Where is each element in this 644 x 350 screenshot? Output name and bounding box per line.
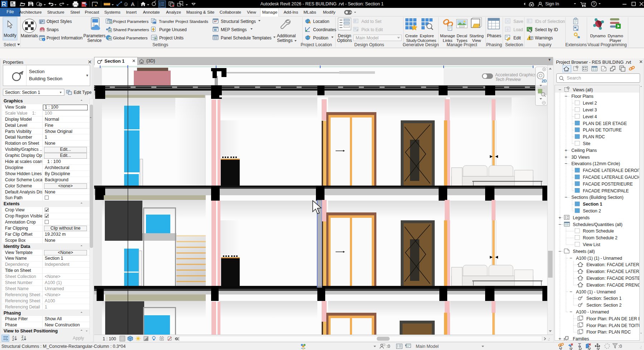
svg-text:Sheets (all): Sheets (all) xyxy=(573,249,595,254)
svg-text:−: − xyxy=(558,249,561,254)
svg-text:Selection: Selection xyxy=(505,42,523,47)
svg-text:.:: .: xyxy=(640,345,642,349)
svg-text:−: − xyxy=(565,195,567,200)
svg-text:Decal: Decal xyxy=(457,33,467,38)
svg-text:FACADE POSTERIEURE: FACADE POSTERIEURE xyxy=(583,182,633,187)
svg-text:Sections (Building Section): Sections (Building Section) xyxy=(571,195,624,200)
svg-text:Explore: Explore xyxy=(420,33,434,38)
svg-text:+: + xyxy=(558,336,561,340)
svg-text:Create: Create xyxy=(405,33,418,38)
svg-text:us: us xyxy=(566,69,568,72)
svg-text:Inquiry: Inquiry xyxy=(538,42,552,47)
svg-text:Save: Save xyxy=(513,19,523,24)
svg-text:Structural Settings: Structural Settings xyxy=(221,19,256,24)
svg-text:Analyze: Analyze xyxy=(166,10,181,15)
svg-text:A100 - Unnamed: A100 - Unnamed xyxy=(576,310,609,315)
svg-text:Options: Options xyxy=(337,38,352,43)
svg-text:Insert: Insert xyxy=(126,10,137,15)
svg-text:Project Information: Project Information xyxy=(47,35,83,40)
svg-text:A: A xyxy=(21,338,24,341)
svg-text:Phasing: Phasing xyxy=(486,42,502,47)
svg-text:Snaps: Snaps xyxy=(47,27,59,32)
svg-text::0: :0 xyxy=(618,344,622,349)
svg-text:Dynamo: Dynamo xyxy=(590,33,605,38)
svg-text:1: 1 xyxy=(125,3,127,6)
svg-text:FACADE LATERALE DEROITE: FACADE LATERALE DEROITE xyxy=(583,168,639,173)
svg-text:Structural Columns : M_Concret: Structural Columns : M_Concrete-Rectangu… xyxy=(1,344,126,349)
svg-text:PLAN DE 1ER ETAGE: PLAN DE 1ER ETAGE xyxy=(583,121,627,126)
svg-text:PLAN RDC: PLAN RDC xyxy=(583,134,605,139)
svg-text:Starting: Starting xyxy=(469,33,484,38)
svg-text:Load: Load xyxy=(513,27,523,32)
svg-text:IDs of Selection: IDs of Selection xyxy=(535,19,565,24)
svg-text:Project Units: Project Units xyxy=(159,35,184,40)
svg-text:Panel Schedule Templates: Panel Schedule Templates xyxy=(221,35,272,40)
svg-text:Schedules/Quantities (all): Schedules/Quantities (all) xyxy=(573,222,623,227)
svg-text:Select by ID: Select by ID xyxy=(535,27,558,32)
svg-text:A100 (1) - Unnamed: A100 (1) - Unnamed xyxy=(576,289,615,294)
svg-text:?: ? xyxy=(593,2,595,6)
svg-text:Elevations (12mm Circle): Elevations (12mm Circle) xyxy=(571,161,620,166)
svg-text:.:: .: xyxy=(548,337,550,341)
svg-text:View: View xyxy=(247,10,256,15)
svg-text:Systems: Systems xyxy=(104,10,120,15)
svg-text:Modify: Modify xyxy=(323,10,336,15)
svg-text:−: − xyxy=(570,289,572,294)
svg-text:Service: Service xyxy=(87,38,102,43)
svg-text:+: + xyxy=(565,154,567,160)
svg-text:Section: Section 1: Section: Section 1 xyxy=(586,296,621,301)
svg-text:Floor Plan: PLAN DE TOITURE: Floor Plan: PLAN DE TOITURE xyxy=(586,323,639,328)
svg-text:MLabs: MLabs xyxy=(303,10,316,15)
svg-text:Section 2: Section 2 xyxy=(583,208,601,214)
svg-text:FACADE LATERALE GAUCHE: FACADE LATERALE GAUCHE xyxy=(583,175,639,180)
svg-text:Room Schedule: Room Schedule xyxy=(583,229,614,234)
svg-text:Purge Unused: Purge Unused xyxy=(159,27,187,32)
svg-text:Accelerated Graphics: Accelerated Graphics xyxy=(495,72,536,77)
svg-text:Design Options: Design Options xyxy=(354,42,384,47)
svg-text:Extensions: Extensions xyxy=(565,42,587,47)
svg-text:Modify: Modify xyxy=(4,33,16,38)
svg-text:Shared Parameters: Shared Parameters xyxy=(113,27,149,32)
svg-text:Visual Programming: Visual Programming xyxy=(587,42,627,47)
svg-text:A: A xyxy=(131,1,135,7)
svg-text:Main Model: Main Model xyxy=(356,35,379,40)
svg-text:Elevation: FACADE POSTERIEURE: Elevation: FACADE POSTERIEURE xyxy=(586,276,639,281)
svg-text:+: + xyxy=(558,215,561,220)
svg-text:Level 2: Level 2 xyxy=(583,101,597,106)
svg-text:Materials: Materials xyxy=(21,33,38,38)
svg-text:PLAN DE TOITURE: PLAN DE TOITURE xyxy=(583,128,622,133)
svg-text:Location: Location xyxy=(313,19,329,24)
svg-text:Floor Plan: PLAN DE 1ER ETAGE: Floor Plan: PLAN DE 1ER ETAGE xyxy=(586,316,639,321)
svg-text:1 : 100: 1 : 100 xyxy=(103,336,116,341)
svg-text:Elevation: FACADE LATERALE DER: Elevation: FACADE LATERALE DER( xyxy=(586,262,639,267)
svg-text:Edit: Edit xyxy=(513,35,521,40)
svg-text:−: − xyxy=(565,161,567,166)
svg-text:Global Parameters: Global Parameters xyxy=(113,35,148,40)
svg-text:Views (all): Views (all) xyxy=(573,87,593,92)
svg-text:Settings: Settings xyxy=(152,42,168,47)
svg-text:Level 3: Level 3 xyxy=(583,107,597,112)
svg-text:A100 (1) (1) - Unnamed: A100 (1) (1) - Unnamed xyxy=(576,256,622,261)
svg-text:Select: Select xyxy=(4,42,16,47)
svg-text:Dynamo: Dynamo xyxy=(608,33,623,38)
svg-text:Add-Ins: Add-Ins xyxy=(284,10,298,15)
svg-text:−: − xyxy=(570,255,572,261)
svg-text:Project Parameters: Project Parameters xyxy=(113,19,148,24)
svg-text:Legends: Legends xyxy=(573,215,590,220)
svg-text:Main Model: Main Model xyxy=(416,344,439,349)
svg-text:Tech Preview: Tech Preview xyxy=(495,77,521,82)
svg-text:Families: Families xyxy=(573,336,589,340)
svg-text:Structure: Structure xyxy=(47,10,64,15)
svg-text:Floor Plan: PLAN RDC: Floor Plan: PLAN RDC xyxy=(586,330,631,335)
svg-text:−: − xyxy=(565,94,567,99)
svg-text:Elevation: FACADE PRENCIPALE: Elevation: FACADE PRENCIPALE xyxy=(586,283,639,288)
svg-text:Floor Plans: Floor Plans xyxy=(571,94,594,99)
svg-text:Massing & Site: Massing & Site xyxy=(186,10,215,15)
svg-text:Steel: Steel xyxy=(70,10,80,15)
svg-text:Ceiling Plans: Ceiling Plans xyxy=(571,148,597,153)
svg-text:Parameters: Parameters xyxy=(83,33,106,38)
svg-text:Object Styles: Object Styles xyxy=(47,19,72,24)
svg-text:Coordinates: Coordinates xyxy=(313,27,336,32)
svg-text:Settings: Settings xyxy=(277,38,292,43)
svg-text:Pick to Edit: Pick to Edit xyxy=(361,27,383,32)
